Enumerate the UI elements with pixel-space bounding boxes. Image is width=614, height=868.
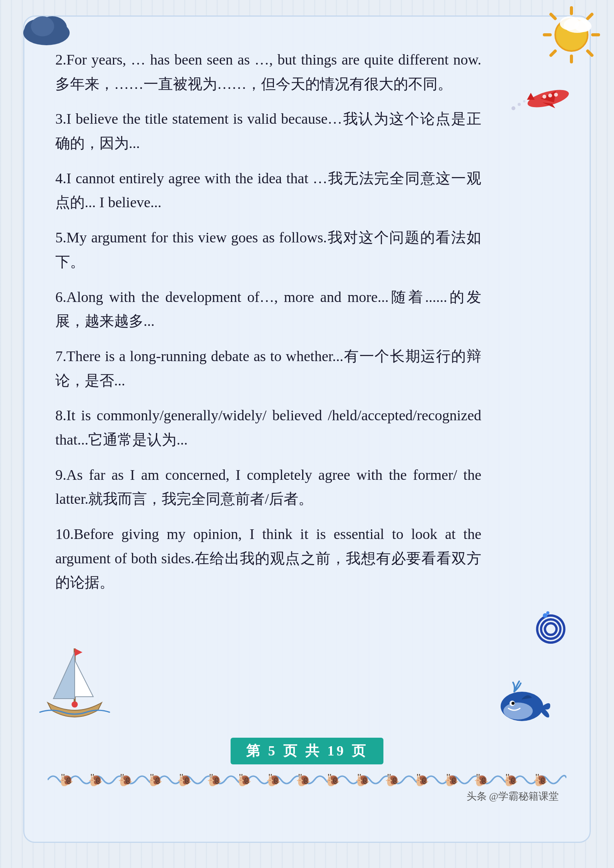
- entry-3-english: 3.I believe the title statement is valid…: [55, 111, 342, 127]
- svg-text:🐌: 🐌: [474, 773, 489, 787]
- svg-text:🐌: 🐌: [296, 773, 311, 787]
- svg-point-36: [72, 701, 78, 708]
- entry-5: 5.My argument for this view goes as foll…: [55, 225, 559, 274]
- svg-text:🐌: 🐌: [503, 773, 518, 787]
- svg-text:🐌: 🐌: [59, 773, 74, 787]
- sun-decoration-icon: [540, 4, 602, 66]
- entry-2: 2.For years, … has been seen as …, but t…: [55, 48, 559, 96]
- svg-line-11: [551, 51, 555, 55]
- svg-text:🐌: 🐌: [325, 773, 340, 787]
- svg-point-18: [523, 100, 525, 102]
- page-container: 2.For years, … has been seen as …, but t…: [23, 15, 591, 843]
- svg-marker-35: [75, 648, 82, 656]
- entry-4: 4.I cannot entirely agree with the idea …: [55, 166, 559, 215]
- svg-text:🐌: 🐌: [237, 773, 252, 787]
- svg-text:🐌: 🐌: [266, 773, 281, 787]
- cloud-decoration-icon: [19, 12, 74, 46]
- svg-text:🐌: 🐌: [444, 773, 459, 787]
- entry-2-english: 2.For years, … has been seen as …, but t…: [55, 51, 481, 68]
- entry-6: 6.Along with the development of…, more a…: [55, 285, 559, 333]
- svg-point-16: [511, 106, 515, 110]
- entry-9-chinese: 就我而言，我完全同意前者/后者。: [88, 491, 313, 507]
- svg-point-24: [548, 94, 552, 97]
- entry-3: 3.I believe the title statement is valid…: [55, 107, 559, 155]
- spiral-decoration-icon: [532, 610, 570, 648]
- entry-8-chinese: 它通常是认为...: [88, 431, 188, 448]
- content-area: 2.For years, … has been seen as …, but t…: [55, 40, 559, 613]
- svg-line-8: [551, 14, 555, 19]
- svg-marker-33: [53, 652, 75, 699]
- svg-text:🐌: 🐌: [414, 773, 429, 787]
- entry-9: 9.As far as I am concerned, I completely…: [55, 463, 559, 511]
- entry-7-english: 7.There is a long-running debate as to w…: [55, 348, 344, 364]
- svg-text:🐌: 🐌: [207, 773, 222, 787]
- entry-4-english: 4.I cannot entirely agree with the idea …: [55, 170, 481, 211]
- page-footer: 第 5 页 共 19 页: [24, 738, 590, 764]
- entry-5-english: 5.My argument for this view goes as foll…: [55, 229, 327, 246]
- svg-marker-22: [527, 93, 535, 100]
- whale-decoration-icon: [493, 675, 551, 726]
- watermark-text: 头条 @学霸秘籍课堂: [467, 790, 559, 803]
- svg-point-23: [542, 95, 546, 99]
- svg-text:🐌: 🐌: [88, 773, 103, 787]
- airplane-decoration-icon: [506, 77, 575, 124]
- page-number-badge: 第 5 页 共 19 页: [231, 738, 383, 764]
- sailboat-decoration-icon: [36, 633, 113, 733]
- svg-point-27: [546, 611, 549, 614]
- svg-marker-34: [75, 660, 93, 697]
- entry-8: 8.It is commonly/generally/widely/ belie…: [55, 403, 559, 452]
- svg-line-10: [588, 14, 592, 19]
- svg-text:🐌: 🐌: [385, 773, 400, 787]
- svg-text:🐌: 🐌: [355, 773, 370, 787]
- svg-line-9: [588, 51, 592, 55]
- svg-text:🐌: 🐌: [118, 773, 133, 787]
- svg-text:🐌: 🐌: [533, 773, 548, 787]
- svg-point-3: [31, 16, 54, 36]
- entry-2-chinese: 多年来，……一直被视为……，但今天的情况有很大的不同。: [55, 76, 452, 92]
- entry-7: 7.There is a long-running debate as to w…: [55, 344, 559, 392]
- svg-point-17: [518, 103, 521, 106]
- entry-6-english: 6.Along with the development of…, more a…: [55, 289, 389, 305]
- svg-text:🐌: 🐌: [177, 773, 192, 787]
- svg-text:🐌: 🐌: [148, 773, 163, 787]
- svg-point-15: [575, 20, 592, 32]
- svg-point-29: [503, 703, 533, 720]
- svg-point-31: [511, 702, 515, 705]
- wave-decoration: 🐌 🐌 🐌 🐌 🐌 🐌 🐌 🐌 🐌 🐌 🐌 🐌 🐌 🐌 🐌 🐌 🐌: [48, 768, 566, 791]
- svg-point-25: [554, 93, 558, 97]
- entry-10: 10.Before giving my opinion, I think it …: [55, 522, 559, 595]
